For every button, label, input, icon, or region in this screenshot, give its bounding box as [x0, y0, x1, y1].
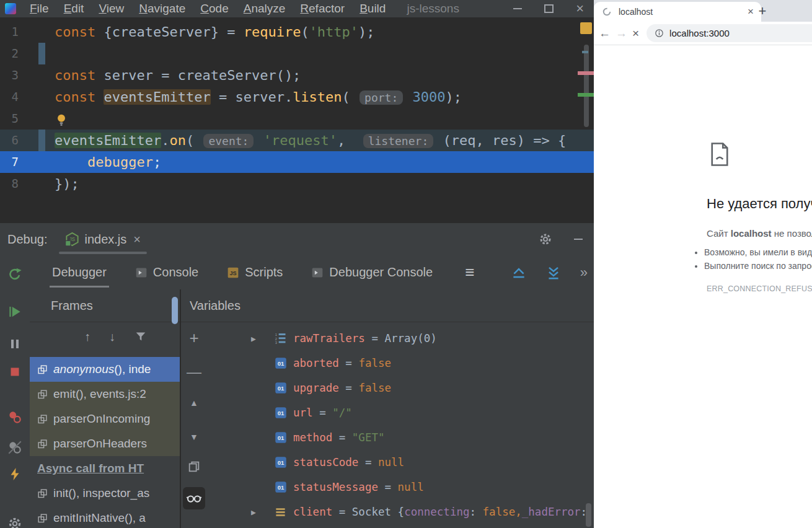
variable-item[interactable]: 01aborted = false: [181, 351, 594, 376]
new-tab-icon[interactable]: +: [754, 2, 771, 20]
close-session-icon[interactable]: ×: [133, 232, 141, 247]
add-watch-icon[interactable]: +: [186, 328, 202, 348]
svg-text:JS: JS: [230, 270, 237, 276]
debug-tab-debugger[interactable]: Debugger: [52, 255, 107, 289]
code-line[interactable]: 4const eventsEmitter = server.listen( po…: [0, 86, 594, 108]
step-down-double-arrow-icon[interactable]: [545, 265, 562, 281]
address-bar[interactable]: localhost:3000: [647, 24, 812, 42]
mute-breakpoints-icon[interactable]: [6, 439, 24, 456]
lightning-bolt-icon[interactable]: [6, 465, 24, 483]
frame-item[interactable]: parserOnIncoming: [30, 407, 180, 431]
frame-down-icon[interactable]: ↓: [109, 330, 115, 344]
frame-label: parserOnHeaders: [53, 437, 147, 451]
ide-window: FileEditViewNavigateCodeAnalyzeRefactorB…: [0, 0, 594, 528]
frame-item[interactable]: emitInitNative(), a: [30, 506, 180, 528]
code-line[interactable]: 5: [0, 108, 594, 130]
expand-arrow-icon[interactable]: ▶: [251, 334, 275, 343]
remove-watch-icon[interactable]: —: [186, 363, 202, 381]
resume-program-icon[interactable]: [6, 303, 24, 320]
variable-item[interactable]: 01url = "/": [181, 400, 594, 425]
settings-gear-icon[interactable]: [538, 232, 553, 247]
variable-item[interactable]: ▶123rawTrailers = Array(0): [181, 326, 594, 351]
close-tab-icon[interactable]: ×: [748, 6, 754, 18]
frame-up-icon[interactable]: ↑: [84, 330, 90, 344]
error-heading: Не удается получить доступ к сайту: [707, 196, 812, 212]
inspections-status-icon[interactable]: [580, 22, 592, 34]
frame-item[interactable]: init(), inspector_as: [30, 481, 180, 506]
forward-icon[interactable]: →: [616, 27, 627, 40]
debug-tab-console[interactable]: Console: [135, 255, 198, 289]
line-number: 7: [0, 151, 19, 173]
frame-label: emit(), events.js:2: [53, 387, 146, 401]
expand-arrow-icon[interactable]: ▶: [251, 508, 275, 517]
browser-window: localhost × + ← → × localhost:3000 Не уд…: [594, 0, 812, 528]
tab-label: Debugger: [52, 265, 107, 279]
rerun-debug-icon[interactable]: [6, 266, 24, 283]
site-info-icon[interactable]: [654, 28, 664, 38]
stack-frame-icon: [37, 488, 48, 499]
svg-text:1: 1: [275, 333, 277, 337]
filter-funnel-icon[interactable]: [134, 330, 148, 343]
hide-toolwindow-icon[interactable]: [574, 239, 583, 240]
browser-tab[interactable]: localhost ×: [594, 2, 761, 22]
variable-name: url: [293, 407, 313, 419]
variable-item[interactable]: 01statusMessage = null: [181, 475, 594, 499]
frame-label: parserOnIncoming: [53, 412, 150, 426]
show-execution-point-icon[interactable]: [511, 265, 527, 281]
duplicate-watch-icon[interactable]: [186, 460, 202, 473]
menu-build[interactable]: Build: [352, 2, 393, 15]
variable-item[interactable]: 01upgrade = false: [181, 376, 594, 400]
maximize-window-icon[interactable]: [544, 4, 554, 13]
menu-bar: FileEditViewNavigateCodeAnalyzeRefactorB…: [0, 0, 594, 17]
stop-program-icon[interactable]: [6, 363, 24, 381]
variables-scrollbar[interactable]: [586, 503, 591, 527]
menu-view[interactable]: View: [91, 2, 131, 15]
code-line[interactable]: 8});: [0, 173, 594, 195]
menu-edit[interactable]: Edit: [56, 2, 92, 15]
code-line[interactable]: 2: [0, 43, 594, 64]
menu-refactor[interactable]: Refactor: [293, 2, 352, 15]
move-watch-up-icon[interactable]: ▲: [186, 398, 202, 408]
close-window-icon[interactable]: ×: [576, 2, 584, 15]
menu-file[interactable]: File: [22, 2, 56, 15]
layout-settings-icon[interactable]: ≡: [465, 263, 474, 282]
editor-scrollbar[interactable]: [584, 45, 589, 127]
back-icon[interactable]: ←: [599, 27, 611, 40]
code-line[interactable]: 3const server = createServer();: [0, 64, 594, 86]
debug-tab-scripts[interactable]: JSScripts: [227, 255, 283, 289]
frames-scrollbar[interactable]: [172, 297, 178, 324]
menu-navigate[interactable]: Navigate: [131, 2, 193, 15]
address-url: localhost:3000: [669, 28, 730, 38]
code-line[interactable]: 7 debugger;: [0, 151, 594, 173]
stop-loading-icon[interactable]: ×: [632, 27, 639, 40]
move-watch-down-icon[interactable]: ▼: [186, 432, 202, 442]
code-text: eventsEmitter.on( event: 'request', list…: [55, 130, 594, 151]
variable-item[interactable]: 01method = "GET": [181, 425, 594, 450]
window-controls: ×: [513, 2, 594, 15]
frame-item[interactable]: parserOnHeaders: [30, 431, 180, 456]
variable-item[interactable]: ▶client = Socket {connecting: false,_had…: [181, 499, 594, 524]
code-editor[interactable]: 1const {createServer} = require('http');…: [0, 17, 594, 227]
debug-settings-gear-icon[interactable]: [6, 515, 24, 528]
editor-gutter: [19, 173, 55, 195]
variable-item[interactable]: 01statusCode = null: [181, 450, 594, 475]
frame-item[interactable]: anonymous(), inde: [30, 357, 180, 382]
line-number: 5: [0, 108, 19, 130]
async-separator-row[interactable]: Async call from HT: [30, 456, 180, 481]
frame-item[interactable]: emit(), events.js:2: [30, 382, 180, 407]
debug-tab-debugger-console[interactable]: Debugger Console: [311, 255, 433, 289]
menu-analyze[interactable]: Analyze: [236, 2, 293, 15]
menu-code[interactable]: Code: [193, 2, 236, 15]
code-line[interactable]: 6eventsEmitter.on( event: 'request', lis…: [0, 130, 594, 151]
variable-value: false: [358, 382, 391, 394]
minimize-window-icon[interactable]: [513, 8, 522, 9]
more-tabs-chevron-icon[interactable]: »: [580, 265, 588, 281]
show-watches-glasses-icon[interactable]: [183, 487, 205, 509]
view-breakpoints-icon[interactable]: [6, 408, 24, 426]
line-number: 3: [0, 64, 19, 86]
pause-program-icon[interactable]: [6, 335, 24, 353]
primitive-value-icon: 01: [275, 357, 293, 369]
code-line[interactable]: 1const {createServer} = require('http');: [0, 21, 594, 43]
debug-session-tab[interactable]: JS index.js ×: [59, 223, 148, 255]
variables-header: Variables: [181, 289, 594, 322]
